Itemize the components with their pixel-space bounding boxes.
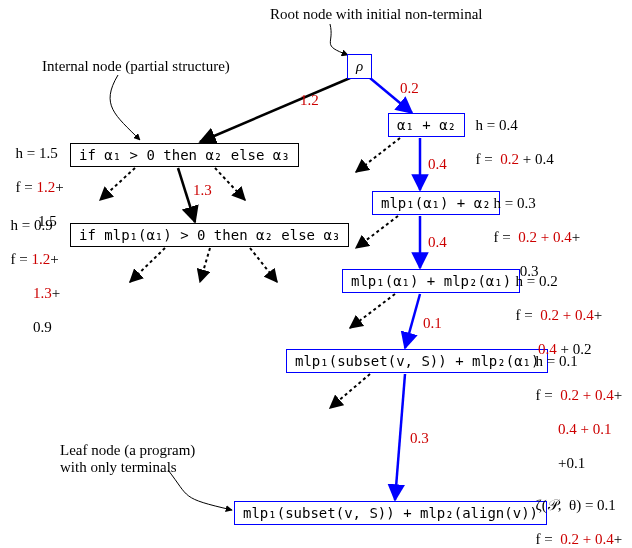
curly-arrow-root [330,24,348,55]
svg-line-4 [356,216,398,248]
svg-line-7 [405,294,420,348]
svg-line-0 [200,78,350,142]
svg-line-9 [395,374,405,500]
svg-line-11 [215,168,245,200]
svg-line-6 [350,294,395,328]
node-blue-2: mlp₁(α₁) + α₂ [372,191,500,215]
edge-cost-b1-b2: 1.3 [193,182,212,199]
edge-cost-u4-u5: 0.3 [410,430,429,447]
curly-arrow-internal [110,75,140,140]
svg-line-2 [356,138,400,172]
svg-line-8 [330,374,370,408]
hf-blue4: h = 0.1 f = 0.2 + 0.4+ 0.4 + 0.1 +0.1 [528,336,622,472]
caption-internal: Internal node (partial structure) [42,58,230,75]
svg-line-10 [100,168,135,200]
caption-root: Root node with initial non-terminal [270,6,482,23]
node-black-2: if mlp₁(α₁) > 0 then α₂ else α₃ [70,223,349,247]
svg-line-14 [200,248,210,282]
edge-cost-root-black1: 1.2 [300,92,319,109]
hf-black2: h = 0.9 f = 1.2+ 1.3+ 0.9 [3,200,60,336]
curly-arrow-leaf [168,470,232,510]
edge-cost-u2-u3: 0.4 [428,234,447,251]
hf-blue1: h = 0.4 f = 0.2 + 0.4 [468,100,554,168]
node-blue-5: mlp₁(subset(v, S)) + mlp₂(align(v)) [234,501,547,525]
edge-cost-u1-u2: 0.4 [428,156,447,173]
hf-blue5: ζ(𝒫, θ) = 0.1 f = 0.2 + 0.4+ 0.4 + 0.1+ … [528,480,624,548]
edge-cost-root-blue1: 0.2 [400,80,419,97]
svg-line-15 [250,248,277,282]
node-black-1: if α₁ > 0 then α₂ else α₃ [70,143,299,167]
svg-line-13 [130,248,165,282]
node-root: ρ [347,54,372,79]
caption-leaf: Leaf node (a program) with only terminal… [60,442,195,476]
node-blue-1: α₁ + α₂ [388,113,465,137]
edge-cost-u3-u4: 0.1 [423,315,442,332]
